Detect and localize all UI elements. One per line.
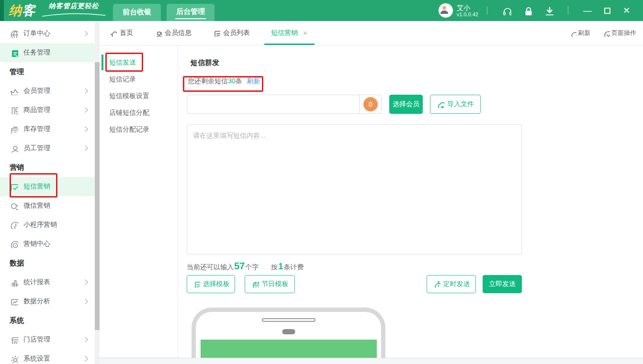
goods-icon xyxy=(10,106,18,114)
sidebar-item-wechat-marketing[interactable]: 微信营销 xyxy=(0,196,95,215)
monitor-icon xyxy=(10,297,18,306)
gear-icon xyxy=(10,354,18,363)
sms-content-textarea[interactable] xyxy=(187,124,522,254)
lock-icon[interactable] xyxy=(523,6,532,15)
tab-label: 会员信息 xyxy=(165,29,192,37)
title-bar: 纳客 纳客管店更轻松 前台收银 后台管理 艾小 v1.0.0.42 — ✕ xyxy=(0,0,643,21)
sidebar-item-label: 短信营销 xyxy=(23,182,89,191)
target-icon xyxy=(10,240,18,248)
app-window: 纳客 纳客管店更轻松 前台收银 后台管理 艾小 v1.0.0.42 — ✕ xyxy=(0,0,643,364)
select-template-button[interactable]: 选择模板 xyxy=(187,275,235,293)
sidebar-section-system: 系统 xyxy=(0,311,95,330)
sms-icon xyxy=(10,182,18,191)
sidebar-item-order-center[interactable]: 订单中心 xyxy=(0,24,95,43)
sidebar-item-data-analysis[interactable]: 数据分析 xyxy=(0,292,95,311)
sidebar-item-miniprogram-marketing[interactable]: 小程序营销 xyxy=(0,215,95,234)
tab-label: 会员列表 xyxy=(223,29,250,37)
user-info: 艾小 v1.0.0.42 xyxy=(457,4,478,18)
tab-sms-marketing[interactable]: 短信营销 ✕ xyxy=(271,21,308,45)
subnav-item-sms-records[interactable]: 短信记录 xyxy=(100,71,178,88)
document-icon xyxy=(192,280,200,288)
minimize-button[interactable]: — xyxy=(583,6,592,15)
chevron-right-icon xyxy=(82,88,88,93)
schedule-send-button[interactable]: 定时发送 xyxy=(427,275,476,293)
bar-chart-icon xyxy=(10,278,18,287)
subnav-item-label: 短信发送 xyxy=(109,58,136,66)
front-cashier-tab-label: 前台收银 xyxy=(122,7,152,19)
recipient-input[interactable] xyxy=(187,95,359,113)
sidebar-item-inventory-manage[interactable]: 库存管理 xyxy=(0,120,95,139)
sidebar-item-label: 数据分析 xyxy=(23,297,83,306)
phone-preview-mockup xyxy=(192,308,385,358)
sidebar-scrollbar-thumb[interactable] xyxy=(95,62,100,330)
subnav-item-sms-template-settings[interactable]: 短信模板设置 xyxy=(100,88,178,104)
balance-refresh-link[interactable]: 刷新 xyxy=(247,77,260,85)
inventory-icon xyxy=(10,125,18,133)
mode-switch-tabs: 前台收银 后台管理 xyxy=(113,4,214,21)
sidebar-item-sms-marketing[interactable]: 短信营销 xyxy=(0,177,95,196)
active-indicator-bar xyxy=(102,55,103,70)
balance-suffix: 条 xyxy=(236,77,242,85)
subnav-item-label: 短信分配记录 xyxy=(109,125,149,133)
sidebar-item-system-settings[interactable]: 系统设置 xyxy=(0,349,95,364)
maximize-icon xyxy=(604,8,610,14)
tab-home[interactable]: 首页 xyxy=(109,21,133,45)
chevron-right-icon xyxy=(82,356,88,361)
tab-close-icon[interactable]: ✕ xyxy=(303,30,308,37)
import-file-label: 导入文件 xyxy=(447,100,474,109)
slogan-underline-swoosh xyxy=(41,13,107,17)
backend-admin-tab[interactable]: 后台管理 xyxy=(167,4,214,21)
subnav-item-store-sms-allocation[interactable]: 店铺短信分配 xyxy=(100,104,178,121)
refresh-action[interactable]: 刷新 xyxy=(569,29,590,37)
sidebar-item-marketing-center[interactable]: 营销中心 xyxy=(0,234,95,254)
user-avatar[interactable] xyxy=(439,3,453,18)
globe-icon xyxy=(10,29,18,38)
recipient-count-cell: 0 xyxy=(359,95,382,113)
counter-suffix: 个字 xyxy=(245,263,259,272)
sidebar-item-task-manage[interactable]: 任务管理 xyxy=(0,43,95,62)
sidebar-item-label: 商品管理 xyxy=(23,106,83,114)
phone-screen-preview xyxy=(201,340,377,358)
send-now-button[interactable]: 立即发送 xyxy=(483,275,522,293)
download-icon[interactable] xyxy=(544,6,553,15)
sidebar-item-label: 任务管理 xyxy=(23,48,89,57)
chevron-right-icon xyxy=(82,298,88,304)
sidebar-scrollbar[interactable] xyxy=(95,21,100,364)
sidebar-item-goods-manage[interactable]: 商品管理 xyxy=(0,100,95,120)
tab-label: 短信营销 xyxy=(271,29,298,37)
subnav-item-sms-allocation-records[interactable]: 短信分配记录 xyxy=(100,121,178,138)
page-actions-menu[interactable]: 页面操作 xyxy=(603,29,636,37)
select-member-button[interactable]: 选择会员 xyxy=(389,95,423,114)
calendar-icon xyxy=(251,280,259,288)
sidebar-item-label: 营销中心 xyxy=(23,240,89,248)
bottom-scroll-strip[interactable] xyxy=(100,358,643,364)
customer-service-icon[interactable] xyxy=(502,6,511,15)
sidebar-item-member-manage[interactable]: 会员管理 xyxy=(0,81,95,100)
sidebar-item-store-manage[interactable]: 门店管理 xyxy=(0,330,95,349)
action-buttons-row: 选择模板 节日模板 定时发送 立即发送 xyxy=(187,275,522,294)
holiday-template-button[interactable]: 节日模板 xyxy=(245,275,295,293)
page-actions-label: 页面操作 xyxy=(611,29,636,37)
billing-count: 1 xyxy=(278,262,283,272)
close-button[interactable]: ✕ xyxy=(623,6,630,15)
sidebar-section-manage: 管理 xyxy=(0,62,95,81)
sidebar-item-staff-manage[interactable]: 员工管理 xyxy=(0,139,95,158)
maximize-button[interactable] xyxy=(604,8,610,14)
titlebar-divider-2 xyxy=(568,6,568,15)
counter-prefix: 当前还可以输入 xyxy=(187,263,234,272)
backend-admin-tab-label: 后台管理 xyxy=(175,6,206,19)
sidebar-section-marketing: 营销 xyxy=(0,158,95,177)
import-file-button[interactable]: 导入文件 xyxy=(430,95,481,114)
sidebar-item-statistics-report[interactable]: 统计报表 xyxy=(0,273,95,292)
tab-member-list[interactable]: 会员列表 xyxy=(213,21,250,45)
recipient-row: 0 选择会员 导入文件 xyxy=(187,95,481,114)
tab-member-info[interactable]: 会员信息 xyxy=(154,21,192,45)
subnav-item-sms-send[interactable]: 短信发送 xyxy=(100,54,178,71)
front-cashier-tab[interactable]: 前台收银 xyxy=(113,4,161,21)
subnav-item-label: 短信记录 xyxy=(109,75,136,83)
select-template-label: 选择模板 xyxy=(203,280,230,288)
store-icon xyxy=(10,335,18,344)
subnav-item-label: 短信模板设置 xyxy=(109,92,149,99)
brand-slogan: 纳客管店更轻松 xyxy=(40,2,107,19)
crown-icon xyxy=(10,87,18,95)
